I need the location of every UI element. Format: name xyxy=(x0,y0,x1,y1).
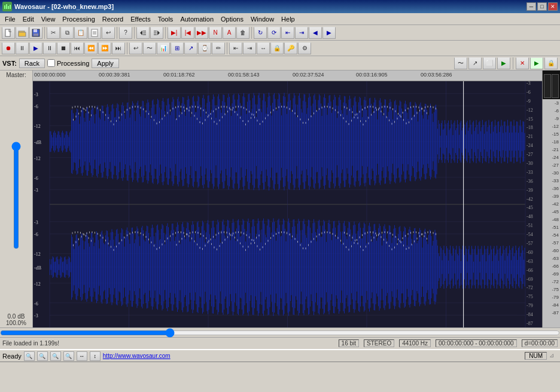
pause-btn[interactable]: ⏸ xyxy=(16,42,29,54)
scroll-area[interactable] xyxy=(0,327,560,337)
menu-view[interactable]: View xyxy=(38,14,59,24)
vol-down-btn[interactable] xyxy=(136,27,150,39)
waveform-container[interactable]: 00:00:00:000 00:00:39:381 00:01:18:762 0… xyxy=(33,71,542,327)
rwd-btn[interactable]: ⏪ xyxy=(84,42,98,54)
processing-checkbox[interactable] xyxy=(47,59,55,67)
save-button[interactable] xyxy=(29,27,42,39)
master-volume-slider[interactable] xyxy=(10,142,22,249)
play-fwd2-btn[interactable]: ▶▶ xyxy=(195,27,208,39)
apply-button[interactable]: Apply xyxy=(92,59,119,68)
menu-processing[interactable]: Processing xyxy=(59,14,98,24)
nav-btn1[interactable]: ⇤ xyxy=(281,27,294,39)
zoom-in-btn[interactable]: 🔍 xyxy=(24,351,35,361)
x-btn[interactable]: ✕ xyxy=(516,57,529,69)
zoom-v-btn[interactable]: ↕ xyxy=(90,351,101,361)
waveform-area[interactable] xyxy=(33,81,542,327)
play-back-btn[interactable]: |◀ xyxy=(181,27,194,39)
vu-label-23: -72 xyxy=(552,279,559,284)
lock-btn[interactable]: 🔒 xyxy=(270,42,284,54)
horizontal-scrollbar[interactable] xyxy=(0,329,560,337)
amp-btn[interactable]: A xyxy=(223,27,236,39)
play-sel-btn[interactable]: ▶ xyxy=(497,57,510,69)
paste-button[interactable]: 📋 xyxy=(74,27,87,39)
next-btn[interactable]: ⏭ xyxy=(112,42,125,54)
pencil-btn[interactable]: ✏ xyxy=(212,42,225,54)
menu-edit[interactable]: Edit xyxy=(19,14,38,24)
vu-label-7: -24 xyxy=(552,155,559,160)
website-link[interactable]: http://www.wavosaur.com xyxy=(103,353,171,359)
waveform-canvas[interactable] xyxy=(33,81,542,327)
menu-window[interactable]: Window xyxy=(247,14,278,24)
plugin-btn[interactable]: ⚙ xyxy=(298,42,311,54)
key-btn[interactable]: 🔑 xyxy=(284,42,297,54)
nav-btn4[interactable]: ▶ xyxy=(322,27,336,39)
menu-help[interactable]: Help xyxy=(278,14,299,24)
vu-label-27: -87 xyxy=(552,310,559,316)
rack-button[interactable]: Rack xyxy=(19,59,45,68)
open-button[interactable] xyxy=(16,27,29,39)
status-info: 16 bit STEREO 44100 Hz 00:00:00:000 - 00… xyxy=(339,339,558,347)
trash-btn[interactable]: 🗑 xyxy=(236,27,249,39)
cut-button[interactable]: ✂ xyxy=(47,27,60,39)
time-btn[interactable]: ⌚ xyxy=(198,42,211,54)
end-btn[interactable]: ⇥ xyxy=(243,42,256,54)
vol-up-btn[interactable] xyxy=(150,27,163,39)
cursor-btn[interactable]: ↗ xyxy=(468,57,482,69)
playsel2-btn[interactable]: ▶ xyxy=(530,57,543,69)
loop2-btn[interactable]: ⟳ xyxy=(267,27,281,39)
record-btn[interactable]: ⏺ xyxy=(2,42,15,54)
title-buttons[interactable]: ─ □ ✕ xyxy=(526,2,558,11)
menu-file[interactable]: File xyxy=(1,14,19,24)
undo2-btn[interactable]: ↩ xyxy=(129,42,142,54)
zoom-out-btn[interactable]: 🔍 xyxy=(37,351,48,361)
loop-btn[interactable]: ↻ xyxy=(254,27,267,39)
filter-btn[interactable]: ⊞ xyxy=(171,42,184,54)
loop3-btn[interactable]: ↔ xyxy=(257,42,270,54)
vu-label-9: -30 xyxy=(552,170,559,176)
toolbar-sep-5 xyxy=(251,27,252,39)
toolbar-row-2: ⏺ ⏸ ▶ ⏸ ⏹ ⏮ ⏪ ⏩ ⏭ ↩ 〜 📊 ⊞ ↗ ⌚ ✏ ⇤ ⇥ ↔ 🔒 … xyxy=(0,41,560,56)
nav-btn2[interactable]: ⇥ xyxy=(295,27,308,39)
nav-btn3[interactable]: ◀ xyxy=(309,27,322,39)
zoom-all-btn[interactable]: 🔍 xyxy=(63,351,74,361)
zoom-h-btn[interactable]: ↔ xyxy=(77,351,87,361)
bottom-right: NUM ⊿ xyxy=(525,352,558,360)
draw-mode-btn[interactable]: 〜 xyxy=(454,57,467,69)
toolbar-row-1: ✂ ⧉ 📋 ↩ ? ▶| |◀ ▶▶ N A 🗑 ↻ ⟳ ⇤ ⇥ ◀ ▶ xyxy=(0,25,560,41)
menu-tools[interactable]: Tools xyxy=(154,14,177,24)
norm-btn[interactable]: N xyxy=(209,27,222,39)
menu-automation[interactable]: Automation xyxy=(176,14,217,24)
select-btn[interactable]: ⬜ xyxy=(483,57,496,69)
delete-button[interactable] xyxy=(88,27,101,39)
pause2-btn[interactable]: ⏸ xyxy=(43,42,56,54)
prev-btn[interactable]: ⏮ xyxy=(71,42,84,54)
menu-options[interactable]: Options xyxy=(217,14,247,24)
vu-right xyxy=(552,74,559,98)
fwd-btn[interactable]: ⏩ xyxy=(98,42,111,54)
play-btn[interactable]: ▶ xyxy=(29,42,42,54)
zoom-sel-btn[interactable]: 🔍 xyxy=(50,351,61,361)
vu-label-6: -21 xyxy=(552,147,559,152)
help-btn[interactable]: ? xyxy=(119,27,132,39)
pitch-btn[interactable]: ↗ xyxy=(184,42,197,54)
minimize-button[interactable]: ─ xyxy=(526,2,536,11)
app-icon xyxy=(2,2,12,11)
svg-rect-3 xyxy=(10,5,11,9)
svg-rect-8 xyxy=(34,29,37,32)
play-fwd-btn[interactable]: ▶| xyxy=(168,27,181,39)
lock2-btn[interactable]: 🔒 xyxy=(544,57,558,69)
begin-btn[interactable]: ⇤ xyxy=(229,42,242,54)
spectrum-btn[interactable]: 📊 xyxy=(157,42,170,54)
resize-handle[interactable]: ⊿ xyxy=(549,352,558,360)
waveform-btn[interactable]: 〜 xyxy=(143,42,156,54)
close-button[interactable]: ✕ xyxy=(548,2,558,11)
copy-button[interactable]: ⧉ xyxy=(60,27,74,39)
menu-effects[interactable]: Effects xyxy=(127,14,154,24)
stop-btn[interactable]: ⏹ xyxy=(57,42,70,54)
vu-label-15: -48 xyxy=(552,217,559,222)
undo-button[interactable]: ↩ xyxy=(102,27,115,39)
new-button[interactable] xyxy=(2,27,15,39)
maximize-button[interactable]: □ xyxy=(537,2,547,11)
menu-record[interactable]: Record xyxy=(99,14,127,24)
file-info: File loaded in 1.199s! xyxy=(2,340,59,347)
